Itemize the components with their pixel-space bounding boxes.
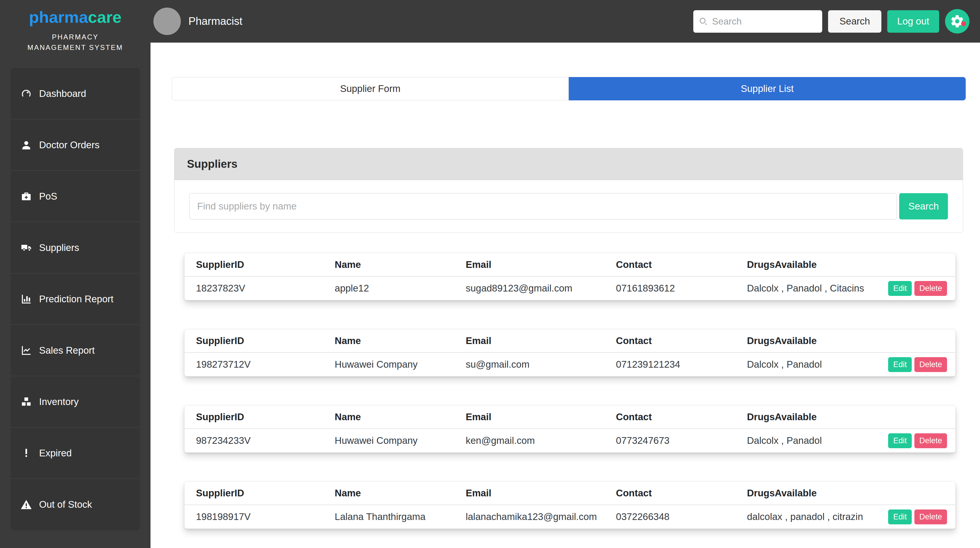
delete-button[interactable]: Delete <box>915 281 947 296</box>
expired-icon <box>21 447 32 459</box>
column-header-contact: Contact <box>605 482 736 505</box>
main-column: Pharmacist Search Log out Supplier Form … <box>151 0 980 548</box>
topbar: Pharmacist Search Log out <box>151 0 980 43</box>
column-header-drugs-available: DrugsAvailable <box>736 482 878 505</box>
user-name: Pharmacist <box>188 15 242 27</box>
column-header-drugs-available: DrugsAvailable <box>736 253 878 276</box>
supplier-name-cell: Huwawei Company <box>323 429 454 452</box>
supplier-drugs-cell: dalcolax , panadol , citrazin <box>736 505 878 529</box>
brand-logo: pharmacare <box>0 8 151 27</box>
supplier-id-cell: 198273712V <box>185 352 323 376</box>
column-header-supplier-id: SupplierID <box>185 482 323 505</box>
supplier-drugs-cell: Dalcolx , Panadol <box>736 352 878 376</box>
column-header-name: Name <box>323 482 454 505</box>
sidebar-item-label: Sales Report <box>39 345 95 356</box>
sidebar-item-label: Expired <box>39 448 72 459</box>
column-header-actions <box>878 406 955 429</box>
sidebar-item-inventory[interactable]: Inventory <box>11 376 140 427</box>
supplier-name-cell: Lalana Thanthirgama <box>323 505 454 529</box>
dashboard-icon <box>21 88 32 99</box>
supplier-actions-cell: Edit Delete <box>878 276 955 300</box>
supplier-email-cell: lalanachamika123@gmail.com <box>454 505 605 529</box>
column-header-name: Name <box>323 406 454 429</box>
sidebar-item-label: Out of Stock <box>39 499 92 510</box>
supplier-table: SupplierID Name Email Contact DrugsAvail… <box>185 330 955 376</box>
supplier-table-card: SupplierID Name Email Contact DrugsAvail… <box>185 481 956 529</box>
sidebar-item-pos[interactable]: PoS <box>11 171 140 222</box>
supplier-table: SupplierID Name Email Contact DrugsAvail… <box>185 482 955 529</box>
sidebar-item-prediction-report[interactable]: Prediction Report <box>11 273 140 325</box>
tab-supplier-list[interactable]: Supplier List <box>569 77 966 100</box>
sidebar-item-suppliers[interactable]: Suppliers <box>11 222 140 273</box>
prediction-report-icon <box>21 293 32 305</box>
sidebar-item-sales-report[interactable]: Sales Report <box>11 325 140 376</box>
column-header-email: Email <box>454 330 605 352</box>
supplier-actions-cell: Edit Delete <box>878 505 955 529</box>
sidebar-item-out-of-stock[interactable]: Out of Stock <box>11 479 140 530</box>
sidebar-item-label: PoS <box>39 191 57 202</box>
edit-button[interactable]: Edit <box>888 357 912 372</box>
suppliers-title: Suppliers <box>187 158 237 170</box>
sidebar-menu: Dashboard Doctor Orders PoS Suppliers <box>11 68 140 530</box>
column-header-contact: Contact <box>605 330 736 352</box>
topbar-search-box <box>693 10 822 33</box>
tab-supplier-form[interactable]: Supplier Form <box>172 77 569 100</box>
delete-button[interactable]: Delete <box>915 357 947 372</box>
supplier-contact-cell: 07161893612 <box>605 276 736 300</box>
suppliers-card-header: Suppliers <box>174 148 963 180</box>
supplier-tabs: Supplier Form Supplier List <box>172 77 966 100</box>
column-header-supplier-id: SupplierID <box>185 253 323 276</box>
supplier-table-card: SupplierID Name Email Contact DrugsAvail… <box>185 253 956 300</box>
sidebar-item-label: Prediction Report <box>39 293 113 305</box>
supplier-row: 198198917V Lalana Thanthirgama lalanacha… <box>185 505 955 529</box>
out-of-stock-icon <box>21 499 32 510</box>
supplier-email-cell: su@gmail.com <box>454 352 605 376</box>
column-header-name: Name <box>323 253 454 276</box>
supplier-email-cell: sugad89123@gmail.com <box>454 276 605 300</box>
edit-button[interactable]: Edit <box>888 281 912 296</box>
supplier-contact-cell: 071239121234 <box>605 352 736 376</box>
column-header-actions <box>878 482 955 505</box>
supplier-table-header-row: SupplierID Name Email Contact DrugsAvail… <box>185 330 955 352</box>
column-header-name: Name <box>323 330 454 352</box>
supplier-actions-cell: Edit Delete <box>878 429 955 452</box>
settings-button[interactable] <box>945 9 969 33</box>
brand: pharmacare PHARMACY MANAGEMENT SYSTEM <box>0 0 151 53</box>
find-suppliers-button[interactable]: Search <box>899 193 948 220</box>
supplier-id-cell: 987234233V <box>185 429 323 452</box>
delete-button[interactable]: Delete <box>915 433 947 448</box>
brand-subtitle: PHARMACY MANAGEMENT SYSTEM <box>21 32 129 53</box>
supplier-drugs-cell: Dalcolx , Panadol , Citacins <box>736 276 878 300</box>
logout-button[interactable]: Log out <box>887 10 939 33</box>
topbar-right: Search Log out <box>693 9 969 33</box>
column-header-email: Email <box>454 253 605 276</box>
topbar-search-button[interactable]: Search <box>828 10 881 33</box>
avatar[interactable] <box>153 8 181 35</box>
edit-button[interactable]: Edit <box>888 510 912 524</box>
supplier-table-header-row: SupplierID Name Email Contact DrugsAvail… <box>185 253 955 276</box>
supplier-row: 18237823V apple12 sugad89123@gmail.com 0… <box>185 276 955 300</box>
edit-button[interactable]: Edit <box>888 433 912 448</box>
supplier-actions-cell: Edit Delete <box>878 352 955 376</box>
delete-button[interactable]: Delete <box>915 510 947 524</box>
sidebar-item-dashboard[interactable]: Dashboard <box>11 68 140 119</box>
brand-logo-secondary: care <box>88 8 122 26</box>
supplier-row: 198273712V Huwawei Company su@gmail.com … <box>185 352 955 376</box>
supplier-table-header-row: SupplierID Name Email Contact DrugsAvail… <box>185 482 955 505</box>
supplier-contact-cell: 0372266348 <box>605 505 736 529</box>
topbar-search-input[interactable] <box>712 16 817 27</box>
doctor-orders-icon <box>21 139 32 151</box>
pos-icon <box>21 191 32 202</box>
sidebar-item-label: Doctor Orders <box>39 140 99 151</box>
find-suppliers-input[interactable] <box>189 193 897 220</box>
suppliers-card: Suppliers Search <box>174 148 963 233</box>
supplier-table-header-row: SupplierID Name Email Contact DrugsAvail… <box>185 406 955 429</box>
column-header-drugs-available: DrugsAvailable <box>736 330 878 352</box>
column-header-supplier-id: SupplierID <box>185 330 323 352</box>
supplier-drugs-cell: Dalcolx , Panadol <box>736 429 878 452</box>
sidebar-item-expired[interactable]: Expired <box>11 427 140 479</box>
sidebar-item-doctor-orders[interactable]: Doctor Orders <box>11 119 140 171</box>
sidebar-item-label: Dashboard <box>39 88 86 99</box>
column-header-contact: Contact <box>605 406 736 429</box>
column-header-actions <box>878 330 955 352</box>
